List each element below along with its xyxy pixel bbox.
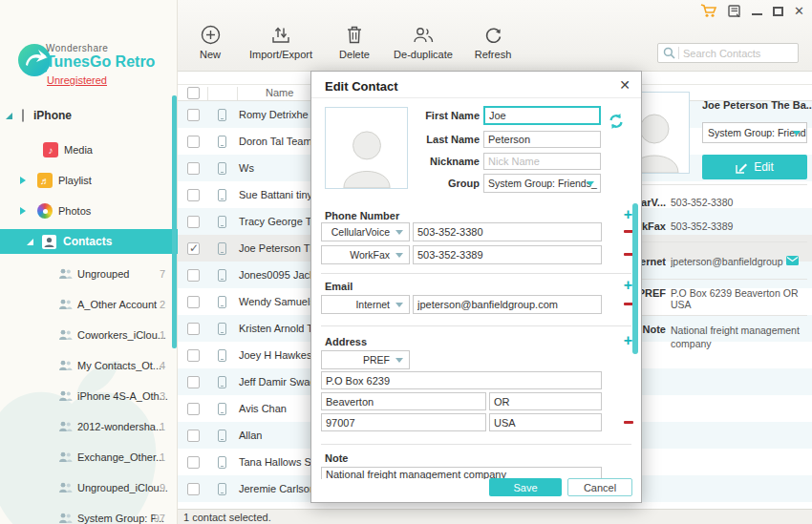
cancel-button[interactable]: Cancel: [567, 478, 632, 496]
expand-triangle-icon[interactable]: [27, 239, 33, 245]
delete-button[interactable]: Delete: [316, 25, 393, 60]
detail-group-dropdown[interactable]: System Group: Friend: [702, 122, 807, 143]
row-checkbox[interactable]: [187, 349, 200, 362]
row-checkbox[interactable]: [187, 430, 200, 442]
row-checkbox[interactable]: [187, 109, 200, 121]
sidebar-group-item[interactable]: iPhone 4S-A_Oth... 3: [0, 381, 178, 411]
edit-contact-dialog: Edit Contact ✕ First Name Last Name Nick…: [310, 71, 642, 503]
edit-button[interactable]: Edit: [702, 155, 807, 179]
import-export-button[interactable]: Import/Export: [243, 25, 319, 60]
type-dropdown[interactable]: WorkFax: [321, 245, 410, 264]
dialog-avatar[interactable]: [325, 107, 408, 189]
value-field[interactable]: [413, 222, 602, 241]
phone-device-icon: [218, 430, 226, 442]
collapse-triangle-icon[interactable]: [20, 207, 26, 215]
type-dropdown[interactable]: CellularVoice: [321, 222, 410, 241]
dialog-close-icon[interactable]: ✕: [619, 77, 630, 93]
sidebar-item-label: Media: [64, 144, 93, 156]
sidebar-item-contacts[interactable]: Contacts: [0, 229, 178, 254]
phone-device-icon: [218, 189, 226, 201]
de-duplicate-button[interactable]: De-duplicate: [385, 25, 461, 60]
sidebar-item-playlist[interactable]: ♬ Playlist: [0, 170, 178, 191]
refresh-icon: [483, 25, 503, 45]
mail-icon[interactable]: [786, 256, 799, 265]
collapse-triangle-icon[interactable]: [20, 177, 26, 184]
search-input[interactable]: [683, 48, 798, 59]
group-count: 2: [160, 299, 165, 310]
refresh-button[interactable]: Refresh: [455, 25, 531, 60]
remove-address-icon[interactable]: [624, 421, 633, 424]
address-country-field[interactable]: [489, 413, 602, 431]
nickname-field[interactable]: [483, 153, 601, 170]
type-dropdown[interactable]: Internet: [321, 295, 410, 314]
row-checkbox[interactable]: [187, 296, 200, 308]
row-checkbox[interactable]: [187, 242, 200, 255]
sidebar-group-item[interactable]: Coworkers_iClou... 1: [0, 320, 178, 350]
brand-product: TunesGo Retro: [46, 53, 155, 71]
value-row: Internet: [321, 295, 631, 314]
sidebar-group-item[interactable]: System Group: F... 97: [0, 503, 178, 524]
value-field[interactable]: [413, 245, 602, 264]
address-section-title: Address: [325, 336, 367, 347]
row-checkbox[interactable]: [187, 189, 200, 201]
sidebar-group-item[interactable]: A_Other Account 2: [0, 289, 178, 320]
group-dropdown[interactable]: System Group: Friends_: [483, 174, 601, 193]
search-box[interactable]: [657, 43, 799, 63]
sidebar-group-item[interactable]: Ungrouped_iClou... 9: [0, 472, 178, 503]
sync-icon[interactable]: [608, 113, 625, 130]
contact-name: Joe Peterson The: [239, 242, 322, 254]
add-email-icon[interactable]: +: [624, 280, 632, 291]
group-label: Ungrouped: [77, 268, 129, 280]
close-button[interactable]: ✕: [794, 7, 804, 16]
sidebar-item-iphone[interactable]: iPhone: [0, 105, 178, 126]
minimize-button[interactable]: [752, 6, 762, 17]
address-zip-field[interactable]: [321, 413, 486, 431]
add-address-icon[interactable]: +: [624, 335, 632, 346]
store-cart-icon[interactable]: [700, 4, 717, 18]
row-checkbox[interactable]: [187, 162, 200, 175]
address-street-field[interactable]: [321, 371, 602, 389]
last-name-field[interactable]: [483, 131, 601, 148]
select-all-checkbox[interactable]: [187, 87, 200, 99]
unregistered-link[interactable]: Unregistered: [47, 74, 107, 86]
sidebar-item-media[interactable]: ♪ Media: [0, 139, 178, 160]
group-count: 1: [160, 329, 165, 341]
detail-field-value: National freight management company: [671, 324, 800, 350]
row-checkbox[interactable]: [187, 216, 200, 228]
value-row: CellularVoice: [321, 222, 631, 241]
address-city-field[interactable]: [321, 392, 486, 410]
window-controls: ✕: [700, 4, 804, 18]
row-checkbox[interactable]: [187, 136, 200, 148]
first-name-field[interactable]: [483, 106, 601, 125]
group-label: My Contacts_Ot...: [77, 360, 161, 371]
row-checkbox[interactable]: [187, 483, 200, 495]
sidebar-group-item[interactable]: Ungrouped 7: [0, 259, 178, 289]
contact-name: Jeremie Carlson: [239, 483, 315, 494]
maximize-button[interactable]: [773, 7, 783, 16]
sidebar-scrollbar[interactable]: [172, 95, 177, 348]
sidebar: Wondershare TunesGo Retro Unregistered i…: [0, 0, 178, 524]
sidebar-item-label: Contacts: [63, 235, 112, 248]
sidebar-group-item[interactable]: 2012-wondersha... 1: [0, 411, 178, 442]
row-checkbox[interactable]: [187, 376, 200, 388]
save-button[interactable]: Save: [489, 478, 562, 496]
menu-icon[interactable]: [728, 5, 741, 17]
detail-field-value: 503-352-3389: [671, 220, 733, 232]
sidebar-group-item[interactable]: My Contacts_Ot... 4: [0, 350, 178, 381]
first-name-label: First Name: [401, 110, 480, 121]
row-checkbox[interactable]: [187, 269, 200, 282]
detail-field-value: P.O Box 6239 Beaverton OR USA: [671, 287, 804, 310]
value-field[interactable]: [413, 295, 602, 314]
row-checkbox[interactable]: [187, 403, 200, 415]
sidebar-item-photos[interactable]: Photos: [0, 200, 178, 221]
sidebar-group-item[interactable]: Exchange_Other... 1: [0, 442, 178, 472]
add-phone-icon[interactable]: +: [624, 209, 632, 220]
new-button[interactable]: New: [172, 25, 248, 60]
address-type-dropdown[interactable]: PREF: [321, 350, 410, 369]
row-checkbox[interactable]: [187, 323, 200, 335]
row-checkbox[interactable]: [187, 456, 200, 469]
expand-triangle-icon[interactable]: [6, 113, 12, 119]
name-column-header[interactable]: Name: [266, 87, 293, 98]
dialog-scrollbar[interactable]: [632, 203, 638, 354]
address-state-field[interactable]: [489, 392, 602, 410]
